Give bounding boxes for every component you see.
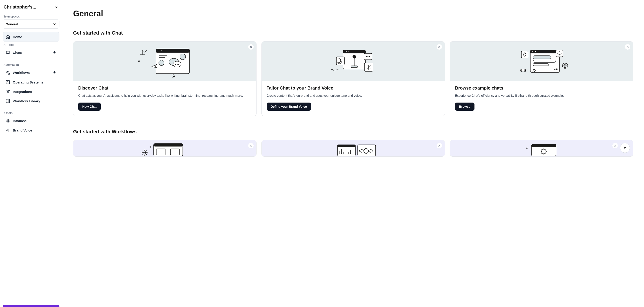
teamspace-selected: General xyxy=(6,22,18,26)
card-title: Browse example chats xyxy=(455,86,628,91)
infobase-icon xyxy=(6,119,10,123)
bottom-banner[interactable] xyxy=(3,305,60,307)
integrations-icon xyxy=(6,89,10,94)
new-chat-button[interactable]: New Chat xyxy=(78,103,101,111)
card-brand-voice: Tailor Chat to your Brand Voice Create c… xyxy=(262,41,445,116)
add-workflow-button[interactable] xyxy=(52,70,56,75)
automation-label: Automation xyxy=(3,62,60,68)
close-card-button[interactable] xyxy=(436,44,442,50)
card-illustration xyxy=(450,140,633,156)
svg-point-69 xyxy=(534,51,534,52)
card-illustration xyxy=(262,42,445,81)
chat-icon xyxy=(6,51,10,55)
workflows-icon xyxy=(6,71,10,75)
svg-rect-111 xyxy=(532,144,556,147)
nav-workflows[interactable]: Workflows xyxy=(3,68,60,77)
close-icon xyxy=(626,45,629,49)
example-chats-illustration xyxy=(512,45,571,78)
chat-window-illustration xyxy=(136,45,194,78)
svg-point-56 xyxy=(366,56,366,57)
card-illustration xyxy=(262,140,445,156)
svg-point-50 xyxy=(353,55,356,58)
svg-point-70 xyxy=(535,51,536,52)
nav-operating-systems[interactable]: Operating Systems xyxy=(3,77,60,87)
nav-brand-voice[interactable]: Brand Voice xyxy=(3,125,60,135)
workflow-illustration-1 xyxy=(138,143,192,156)
nav-workflow-library-label: Workflow Library xyxy=(13,99,40,103)
svg-rect-98 xyxy=(338,145,356,147)
close-card-button[interactable] xyxy=(248,143,254,148)
svg-point-11 xyxy=(8,92,8,93)
close-card-button[interactable] xyxy=(248,44,254,50)
svg-rect-52 xyxy=(351,66,358,68)
assets-label: Assets xyxy=(3,110,60,116)
svg-rect-12 xyxy=(6,99,10,103)
svg-rect-13 xyxy=(7,100,9,102)
close-icon xyxy=(438,144,441,147)
add-chat-button[interactable] xyxy=(52,50,56,55)
svg-point-27 xyxy=(158,50,158,51)
chat-section-title: Get started with Chat xyxy=(73,30,633,36)
svg-point-7 xyxy=(7,81,8,82)
pen-fab-button[interactable] xyxy=(620,143,630,153)
nav-infobase[interactable]: Infobase xyxy=(3,116,60,125)
brand-voice-icon xyxy=(6,128,10,132)
browse-button[interactable]: Browse xyxy=(455,103,474,111)
library-icon xyxy=(6,99,10,103)
page-title: General xyxy=(73,9,633,19)
card-title: Tailor Chat to your Brand Voice xyxy=(266,86,440,91)
nav-workflow-library[interactable]: Workflow Library xyxy=(3,96,60,106)
svg-point-42 xyxy=(138,61,140,62)
svg-rect-2 xyxy=(6,71,8,72)
nav-operating-systems-label: Operating Systems xyxy=(13,80,44,84)
svg-rect-26 xyxy=(156,49,190,53)
card-example-chats: Browse example chats Experience Chat's e… xyxy=(450,41,633,116)
svg-point-81 xyxy=(560,53,560,53)
card-illustration xyxy=(73,42,256,81)
brand-voice-illustration xyxy=(324,45,382,78)
teamspace-select[interactable]: General xyxy=(3,20,60,29)
svg-point-85 xyxy=(520,69,526,71)
workflow-illustration-2 xyxy=(326,143,380,156)
pen-nib-icon xyxy=(623,146,627,150)
workspace-name: Christopher's... xyxy=(4,5,36,10)
nav-chats-label: Chats xyxy=(13,51,22,55)
svg-rect-6 xyxy=(6,81,10,84)
svg-point-48 xyxy=(346,51,347,52)
svg-rect-74 xyxy=(521,51,528,58)
define-brand-voice-button[interactable]: Define your Brand Voice xyxy=(266,103,311,111)
svg-marker-41 xyxy=(173,74,175,78)
workspace-switcher[interactable]: Christopher's... xyxy=(3,3,60,13)
card-title: Discover Chat xyxy=(78,86,251,91)
svg-point-57 xyxy=(368,56,368,57)
close-card-button[interactable] xyxy=(625,44,630,50)
nav-chats[interactable]: Chats xyxy=(3,48,60,58)
svg-rect-67 xyxy=(530,50,560,53)
svg-point-8 xyxy=(8,81,8,82)
svg-point-58 xyxy=(370,56,370,57)
nav-home-label: Home xyxy=(13,35,22,39)
svg-point-68 xyxy=(532,51,533,52)
card-workflow-2 xyxy=(262,140,445,157)
nav-integrations[interactable]: Integrations xyxy=(3,87,60,96)
operating-systems-icon xyxy=(6,80,10,84)
close-icon xyxy=(438,45,441,49)
chevron-down-icon xyxy=(52,22,56,26)
svg-point-80 xyxy=(558,53,559,53)
workflow-cards-row xyxy=(73,140,633,157)
svg-rect-91 xyxy=(170,149,180,155)
nav-workflows-label: Workflows xyxy=(13,71,30,75)
card-illustration xyxy=(450,42,633,81)
svg-point-29 xyxy=(161,50,162,51)
nav-home[interactable]: Home xyxy=(3,32,60,42)
svg-point-47 xyxy=(345,51,346,52)
svg-rect-89 xyxy=(154,144,183,146)
close-card-button[interactable] xyxy=(612,143,618,148)
card-description: Chat acts as your AI assistant to help y… xyxy=(78,93,251,98)
teamspaces-label: Teamspaces xyxy=(3,13,60,20)
svg-point-34 xyxy=(180,54,186,60)
svg-point-49 xyxy=(348,51,349,52)
close-icon xyxy=(249,144,252,147)
close-card-button[interactable] xyxy=(436,143,442,148)
sidebar: Christopher's... Teamspaces General Home… xyxy=(0,0,62,307)
